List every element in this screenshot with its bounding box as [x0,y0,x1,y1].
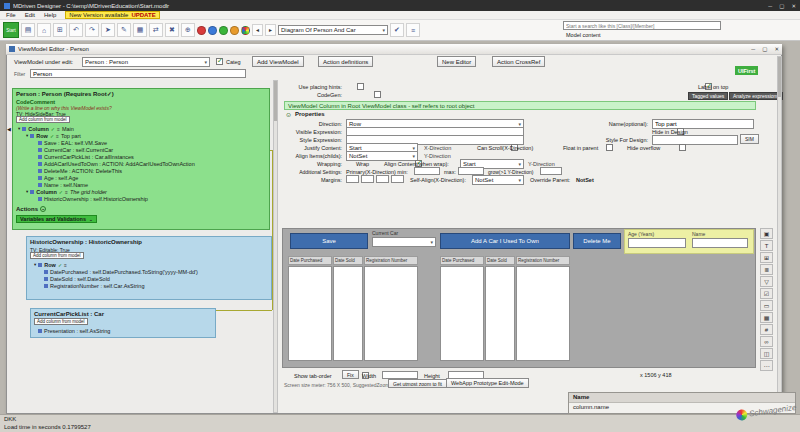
menu-icon[interactable]: ≡ [56,133,59,139]
tree-scrollbar-thumb[interactable] [274,81,277,121]
zoom-icon[interactable]: ⊕ [181,23,195,37]
collapse-icon[interactable]: ⌄ [89,217,93,222]
number-tool[interactable]: # [760,324,773,335]
style-for-design-input[interactable] [652,135,738,145]
save-icon[interactable]: ⊞ [53,23,67,37]
grid-column[interactable] [516,266,570,361]
search-input[interactable] [563,21,721,30]
width-input[interactable] [382,371,418,379]
menu-icon[interactable]: ≡ [57,126,60,132]
editor-minimize-icon[interactable]: ─ [751,46,755,52]
tagged-values-button[interactable]: Tagged values [688,92,728,100]
variables-validations-bar[interactable]: Variables and Validations ⌄ [16,215,97,223]
pencil-icon[interactable]: ✎ [117,23,131,37]
action-definitions-button[interactable]: Action definitions [318,56,373,67]
align-items-select[interactable]: NotSet [346,151,418,161]
redo-icon[interactable]: ↷ [85,23,99,37]
diagram-selector[interactable]: Diagram Of Person And Car [278,25,388,35]
new-editor-button[interactable]: New Editor [437,56,476,67]
collapse-properties-icon[interactable]: ⊙ [286,111,291,118]
undo-icon[interactable]: ↶ [69,23,83,37]
start-button[interactable]: Start [3,22,19,38]
grid-header-registrationnumber[interactable]: Registration Number [364,256,418,265]
blue-ball-icon[interactable] [208,26,217,35]
tree-item-currentcarpicklist[interactable]: CurrentCarPickList : Car.allInstances [38,153,134,160]
historicownership-title[interactable]: HistoricOwnership : HistoricOwnership [30,238,142,245]
override-parent-value[interactable]: NotSet [576,177,594,183]
preview-name-input[interactable] [692,238,748,248]
margin-left-input[interactable] [346,175,359,183]
update-action[interactable]: UPDATE [131,12,155,19]
tree-item-save[interactable]: Save : EAL: self.VM.Save [38,139,107,146]
margin-top-input[interactable] [361,175,374,183]
utmost-zoom-button[interactable]: Get utmost zoom to fit [388,379,447,388]
expander-icon[interactable]: ▾ [26,189,28,194]
menu-help[interactable]: Help [44,12,56,18]
uifirst-badge[interactable]: UIFirst [735,66,758,75]
self-align-select[interactable]: NotSet [472,175,524,185]
check-icon[interactable]: ✓ [58,262,62,268]
menu-edit[interactable]: Edit [25,12,35,18]
max-input[interactable] [458,167,484,175]
more-tool[interactable]: ⋯ [760,360,773,371]
add-viewmodel-button[interactable]: Add ViewModel [252,56,304,67]
actions-section[interactable]: Actions ⌄ [16,205,46,212]
checkbox-tool[interactable]: ☑ [760,288,773,299]
root-viewmodel-title[interactable]: Person : Person (Requires Root✓) [16,90,114,97]
check-icon[interactable]: ✓ [50,133,54,139]
expander-icon[interactable]: ▾ [34,262,36,267]
text-tool[interactable]: T [760,240,773,251]
sim-button[interactable]: SIM [740,134,759,144]
settings-icon[interactable]: ≡ [406,23,420,37]
editor-maximize-icon[interactable]: ▢ [762,46,767,52]
expander-icon[interactable]: ▾ [18,126,20,131]
tree-item-currentcar[interactable]: CurrentCar : self.CurrentCar [38,146,113,153]
under-edit-select[interactable]: Person : Person [82,57,210,67]
primary-min-input[interactable] [414,167,440,175]
tree-item-addacariusedtoown[interactable]: AddACarIUsedToOwn : ACTION: AddACarIUsed… [38,160,195,167]
association-icon[interactable]: ⇄ [149,23,163,37]
grid-header-registrationnumber[interactable]: Registration Number [516,256,570,265]
combo-tool[interactable]: ▽ [760,276,773,287]
check-icon[interactable]: ✓ [51,126,55,132]
grid-column[interactable] [440,266,484,361]
pointer-icon[interactable]: ➤ [101,23,115,37]
link-tool[interactable]: ∞ [760,336,773,347]
pick-item-presentation[interactable]: Presentation : self.AsString [38,327,110,334]
image-tool[interactable]: ▣ [760,228,773,239]
editor-titlebar[interactable]: ViewModel Editor - Person ─ ▢ ✕ [6,44,782,55]
codegen-checkbox[interactable] [374,91,381,98]
tree-item-age[interactable]: Age : self.Age [38,174,78,181]
maximize-icon[interactable]: ▢ [779,3,784,9]
red-ball-icon[interactable] [197,26,206,35]
collapse-icon[interactable]: ⌄ [40,206,46,212]
add-column-button[interactable]: Add column from model [30,252,84,259]
categ-checkbox[interactable] [216,58,223,65]
webapp-prototype-button[interactable]: WebApp Prototype Edit-Mode [446,378,529,388]
preview-age-input[interactable] [628,238,686,248]
tree-scrollbar[interactable] [273,80,278,413]
grid-header-datesold[interactable]: Date Sold [333,256,363,265]
name-optional-input[interactable] [652,119,754,129]
validate-icon[interactable]: ✔ [390,23,404,37]
expander-icon[interactable]: ▾ [26,133,28,138]
tree-item-deleteme[interactable]: DeleteMe : ACTION: DeleteThis [38,167,122,174]
green-ball-icon[interactable] [219,26,228,35]
next-diagram-icon[interactable]: ► [265,24,276,36]
class-icon[interactable]: ▦ [133,23,147,37]
table-tool[interactable]: ⊞ [760,252,773,263]
grid-header-datesold[interactable]: Date Sold [485,256,515,265]
grid-column[interactable] [485,266,515,361]
hist-item-datesold[interactable]: DateSold : self.DateSold [44,275,110,282]
add-column-button[interactable]: Add column from model [34,318,88,325]
tree-item-historicownership[interactable]: HistoricOwnership : self.HistoricOwnersh… [38,195,148,202]
use-placing-hints-checkbox[interactable] [357,83,364,90]
tree-item-name[interactable]: Name : self.Name [38,181,88,188]
prev-diagram-icon[interactable]: ◄ [252,24,263,36]
close-icon[interactable]: ✕ [791,3,796,9]
new-model-icon[interactable]: ▤ [21,23,35,37]
list-tool[interactable]: ≣ [760,264,773,275]
hist-item-registrationnumber[interactable]: RegistrationNumber : self.Car.AsString [44,282,144,289]
hist-item-datepurchased[interactable]: DatePurchased : self.DatePurchased.ToStr… [44,268,198,275]
editor-close-icon[interactable]: ✕ [774,46,779,52]
